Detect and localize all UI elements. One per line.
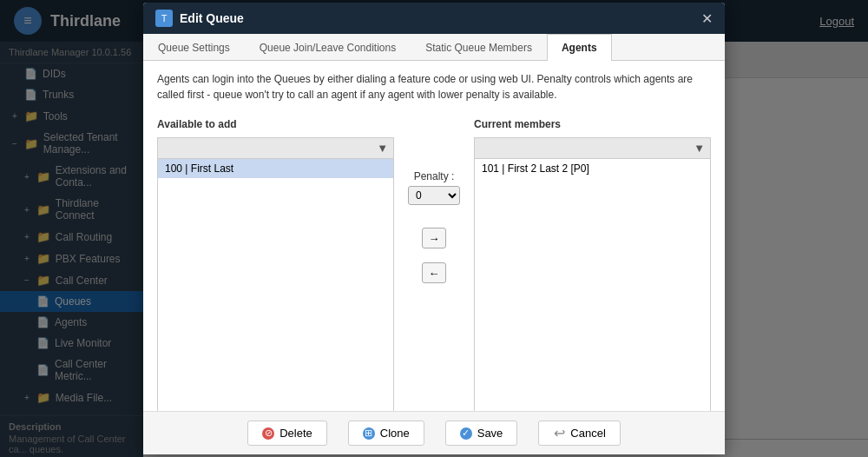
tab-queue-settings[interactable]: Queue Settings — [143, 34, 245, 61]
current-list-header: ▼ — [475, 138, 710, 159]
dialog-header-left: T Edit Queue — [155, 10, 244, 27]
penalty-label: Penalty : — [414, 170, 455, 182]
tab-static-queue-members[interactable]: Static Queue Members — [411, 34, 547, 61]
current-list-container: ▼ 101 | First 2 Last 2 [P0] — [474, 137, 711, 411]
modal-overlay: T Edit Queue ✕ Queue Settings Queue Join… — [0, 0, 868, 457]
cancel-label: Cancel — [570, 427, 605, 440]
clone-button[interactable]: ⊞ Clone — [348, 421, 424, 446]
dialog-tabs: Queue Settings Queue Join/Leave Conditio… — [143, 34, 725, 61]
penalty-section: Penalty : 0 1 2 3 4 5 — [408, 170, 460, 205]
penalty-select[interactable]: 0 1 2 3 4 5 — [408, 186, 460, 205]
save-icon: ✓ — [460, 427, 472, 440]
dialog-description: Agents can login into the Queues by eith… — [157, 71, 711, 103]
dialog-title: Edit Queue — [180, 11, 244, 25]
available-item-100[interactable]: 100 | First Last — [158, 159, 393, 178]
available-panel: Available to add ▼ 100 | First Last — [157, 118, 394, 411]
delete-icon: ⊘ — [262, 427, 274, 440]
current-panel: Current members ▼ 101 | First 2 Last 2 [… — [474, 118, 711, 411]
current-label: Current members — [474, 118, 711, 130]
save-button[interactable]: ✓ Save — [445, 421, 518, 446]
delete-button[interactable]: ⊘ Delete — [247, 421, 327, 446]
edit-queue-dialog: T Edit Queue ✕ Queue Settings Queue Join… — [143, 3, 725, 454]
filter-icon[interactable]: ▼ — [694, 142, 705, 155]
agents-middle-controls: Penalty : 0 1 2 3 4 5 → ← — [408, 118, 460, 283]
available-list: 100 | First Last — [158, 159, 393, 411]
dialog-header: T Edit Queue ✕ — [143, 3, 725, 34]
transfer-right-button[interactable]: → — [422, 228, 446, 248]
available-list-header: ▼ — [158, 138, 393, 159]
clone-icon: ⊞ — [363, 427, 375, 440]
dialog-footer: ⊘ Delete ⊞ Clone ✓ Save ↩ Cancel — [143, 411, 725, 454]
agents-layout: Available to add ▼ 100 | First Last Pena… — [157, 118, 711, 411]
current-list: 101 | First 2 Last 2 [P0] — [475, 159, 710, 411]
tab-queue-join-leave[interactable]: Queue Join/Leave Conditions — [245, 34, 411, 61]
cancel-button[interactable]: ↩ Cancel — [538, 421, 620, 446]
available-list-container: ▼ 100 | First Last — [157, 137, 394, 411]
filter-icon[interactable]: ▼ — [377, 142, 388, 155]
clone-label: Clone — [380, 427, 410, 440]
cancel-icon: ↩ — [553, 427, 565, 440]
transfer-left-button[interactable]: ← — [422, 262, 446, 283]
available-label: Available to add — [157, 118, 394, 130]
current-item-101[interactable]: 101 | First 2 Last 2 [P0] — [475, 159, 710, 178]
tab-agents[interactable]: Agents — [547, 34, 612, 61]
dialog-body: Agents can login into the Queues by eith… — [143, 61, 725, 411]
delete-label: Delete — [279, 427, 312, 440]
save-label: Save — [477, 427, 503, 440]
dialog-icon: T — [155, 10, 173, 27]
dialog-close-button[interactable]: ✕ — [701, 10, 713, 27]
